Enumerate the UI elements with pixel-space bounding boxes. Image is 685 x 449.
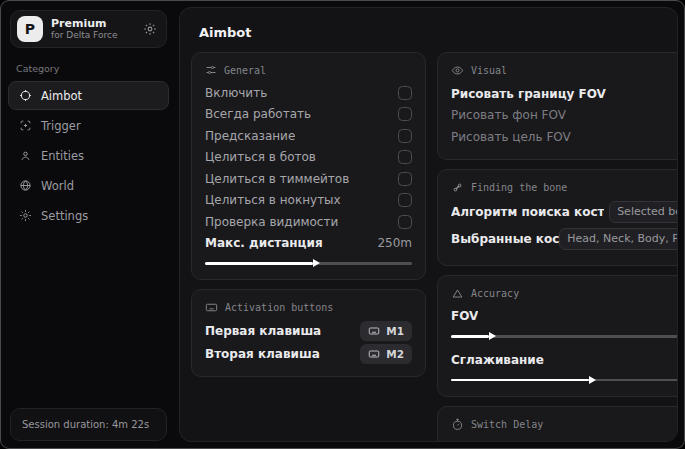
sidebar-item-label: World (41, 179, 74, 193)
checkbox-target-teammates[interactable] (398, 172, 412, 186)
checkbox-enable[interactable] (398, 86, 412, 100)
activation-card: Activation buttons Первая клавиша M1 Вто… (191, 289, 426, 377)
visual-card: Visual Рисовать границу FOV ✓ Рисовать ф… (437, 52, 678, 160)
keybind-button-m2[interactable]: M2 (360, 344, 412, 364)
triangle-icon (451, 287, 464, 300)
slider-row: FOV 60° (451, 306, 678, 328)
sidebar-item-world[interactable]: World (8, 171, 169, 200)
visual-row: Рисовать границу FOV ✓ (451, 83, 678, 105)
gear-icon (19, 209, 32, 222)
accuracy-card-header: Accuracy (451, 287, 678, 300)
keybind-label: Вторая клавиша (205, 347, 320, 361)
keybind-button-m1[interactable]: M1 (360, 321, 412, 341)
keyboard-icon (205, 301, 218, 314)
visual-label: Рисовать границу FOV (451, 87, 606, 101)
fov-slider[interactable] (451, 331, 678, 341)
activation-card-header: Activation buttons (205, 301, 412, 314)
toggle-label: Всегда работать (205, 107, 311, 121)
sliders-icon (205, 64, 217, 76)
sidebar-item-settings[interactable]: Settings (8, 201, 169, 230)
slider-label: Макс. дистанция (205, 236, 323, 250)
toggle-row: Всегда работать (205, 104, 412, 126)
sidebar-item-label: Settings (41, 209, 88, 223)
bone-icon (451, 181, 464, 194)
keyboard-icon (368, 348, 380, 360)
checkbox-target-knocked[interactable] (398, 193, 412, 207)
sidebar-item-entities[interactable]: Entities (8, 141, 169, 170)
switch-delay-card: Switch Delay Задержка переключения Задер… (437, 406, 678, 443)
page-title: Aimbot (199, 25, 660, 40)
sidebar: P Premium for Delta Force Category (1, 1, 176, 448)
checkbox-visibility-check[interactable] (398, 215, 412, 229)
toggle-label: Целиться в тиммейтов (205, 172, 349, 186)
app-window: P Premium for Delta Force Category (0, 0, 685, 449)
toggle-row: Целиться в нокнутых (205, 190, 412, 212)
bone-card-header: Finding the bone (451, 181, 678, 194)
bone-label: Выбранные кос (451, 232, 559, 246)
sidebar-item-label: Trigger (41, 119, 81, 133)
bone-row: Выбранные кос Head, Neck, Body, Pe... (451, 227, 678, 251)
general-card-header: General (205, 64, 412, 76)
selected-bones-select[interactable]: Head, Neck, Body, Pe... (559, 228, 678, 250)
checkbox-prediction[interactable] (398, 129, 412, 143)
sidebar-nav: Aimbot Trigger Entities (8, 81, 169, 230)
person-scan-icon (19, 149, 32, 162)
toggle-row: Включить (205, 82, 412, 104)
toggle-label: Задержка переключения (451, 440, 611, 442)
eye-icon (451, 64, 464, 77)
max-distance-slider[interactable] (205, 258, 412, 268)
focus-icon (19, 119, 32, 132)
session-duration-label: Session duration: 4m 22s (22, 419, 149, 430)
visual-row: Рисовать фон FOV (451, 105, 678, 127)
slider-value: 250m (377, 236, 412, 250)
visual-card-header: Visual (451, 64, 678, 77)
toggle-row: Проверка видимости (205, 211, 412, 233)
toggle-label: Целиться в нокнутых (205, 193, 341, 207)
toggle-row: Целиться в тиммейтов (205, 168, 412, 190)
main-panel: Aimbot General Включить (179, 7, 678, 442)
keybind-row: Первая клавиша M1 (205, 320, 412, 342)
sidebar-item-trigger[interactable]: Trigger (8, 111, 169, 140)
brand-card: P Premium for Delta Force (10, 10, 167, 48)
category-label: Category (16, 63, 161, 74)
slider-row: Сглаживание 50% (451, 349, 678, 371)
toggle-row: Предсказание (205, 125, 412, 147)
checkbox-always-work[interactable] (398, 107, 412, 121)
switch-delay-card-header: Switch Delay (451, 418, 678, 431)
globe-icon (19, 179, 32, 192)
gear-icon[interactable] (143, 22, 157, 36)
bone-algorithm-select[interactable]: Selected bone (609, 201, 678, 223)
toggle-label: Целиться в ботов (205, 150, 316, 164)
toggle-label: Предсказание (205, 129, 295, 143)
smoothing-slider[interactable] (451, 375, 678, 385)
slider-label: Сглаживание (451, 353, 544, 367)
slider-label: FOV (451, 309, 478, 323)
toggle-row: Целиться в ботов (205, 147, 412, 169)
toggle-label: Включить (205, 86, 267, 100)
bone-row: Алгоритм поиска кост Selected bone (451, 200, 678, 224)
brand-subtitle: for Delta Force (51, 30, 117, 41)
visual-label: Рисовать фон FOV (451, 108, 566, 122)
toggle-row: Задержка переключения (451, 437, 678, 443)
toggle-label: Проверка видимости (205, 215, 338, 229)
bone-label: Алгоритм поиска кост (451, 205, 604, 219)
sidebar-item-label: Aimbot (41, 89, 82, 103)
slider-row: Макс. дистанция 250m (205, 233, 412, 255)
brand-text: Premium for Delta Force (51, 17, 117, 42)
visual-row: Рисовать цель FOV (451, 126, 678, 148)
bone-card: Finding the bone Алгоритм поиска кост Se… (437, 169, 678, 266)
timer-icon (451, 418, 464, 431)
session-duration: Session duration: 4m 22s (10, 408, 167, 441)
visual-label: Рисовать цель FOV (451, 130, 571, 144)
general-card: General Включить Всегда работать Предска… (191, 52, 426, 280)
keybind-label: Первая клавиша (205, 324, 321, 338)
keyboard-icon (368, 325, 380, 337)
crosshair-icon (19, 89, 32, 102)
accuracy-card: Accuracy FOV 60° Сглаживание 50% (437, 275, 678, 397)
keybind-row: Вторая клавиша M2 (205, 344, 412, 366)
sidebar-item-label: Entities (41, 149, 84, 163)
sidebar-item-aimbot[interactable]: Aimbot (8, 81, 169, 110)
brand-title: Premium (51, 17, 117, 31)
checkbox-target-bots[interactable] (398, 150, 412, 164)
brand-logo: P (17, 16, 43, 42)
